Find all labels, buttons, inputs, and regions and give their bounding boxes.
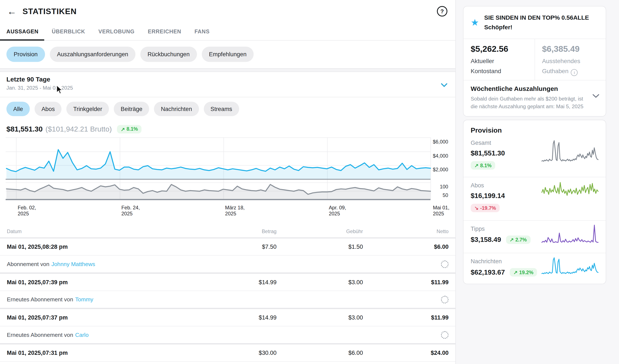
x-tick: Feb. 02,2025 [18, 205, 36, 217]
balance-card: ★ SIE SINDEN IN DEN TOP% 0.56ALLE Schöpf… [463, 6, 606, 117]
spinner-icon [441, 261, 449, 268]
trend-up-icon: ↗ [121, 126, 125, 132]
transaction-group: Mai 01, 2025,07:37 pm $14.99 $3.00 $11.9… [0, 309, 455, 344]
provision-card: Provision Gesamt $81,551.30 ↗8.1% Abos $… [463, 120, 606, 284]
trend-badge: ↗8.1% [471, 161, 495, 169]
category-nachrichten[interactable]: Nachrichten [154, 102, 199, 116]
stat-abos: Abos $16,199.14 ↘-19.7% [464, 177, 606, 220]
star-icon: ★ [471, 18, 479, 27]
transaction-note: Erneutes Abonnement von Carlo [0, 326, 455, 343]
sparkline-nachrichten [542, 257, 598, 276]
sparkline-gesamt [542, 140, 598, 165]
transaction-group: Mai 01, 2025,07:31 pm $30.00 $6.00 $24.0… [0, 344, 455, 364]
y-tick: 100 [420, 184, 448, 190]
axis-baseline [6, 199, 430, 200]
trend-badge: ↗2.7% [506, 236, 531, 244]
app-header: ← STATISTIKEN ? [0, 0, 455, 22]
fan-link[interactable]: Carlo [75, 332, 88, 338]
fan-link[interactable]: Tommy [75, 296, 93, 303]
net-total: $81,551.30 [6, 125, 42, 133]
sidebar: ★ SIE SINDEN IN DEN TOP% 0.56ALLE Schöpf… [456, 0, 619, 364]
transaction-note [0, 361, 455, 364]
statistics-page: ← STATISTIKEN ? AUSSAGEN ÜBERBLICK VERLO… [0, 0, 619, 364]
tab-erreichen[interactable]: ERREICHEN [142, 22, 187, 40]
table-row: Mai 01, 2025,08:28 pm $7.50 $1.50 $6.00 [0, 238, 455, 255]
section-separator [0, 68, 455, 72]
earnings-chart: $6,000 $4,000 $2,000 100 50 Feb. 02,2025… [0, 138, 455, 216]
y-tick: $2,000 [420, 167, 448, 172]
main-content: ← STATISTIKEN ? AUSSAGEN ÜBERBLICK VERLO… [0, 0, 456, 364]
stat-nachrichten: Nachrichten $62,193.67 ↗19.2% [464, 253, 606, 285]
transaction-note: Erneutes Abonnement von Tommy [0, 291, 455, 308]
trend-down-icon: ↘ [474, 205, 478, 211]
col-netto: Netto [363, 229, 449, 238]
filter-rueckbuchungen[interactable]: Rückbuchungen [140, 47, 197, 62]
table-row: Mai 01, 2025,07:31 pm $30.00 $6.00 $24.0… [0, 344, 455, 361]
table-header: Datum Betrag Gebühr Netto [0, 216, 455, 238]
trend-badge: ↘-19.7% [471, 204, 500, 212]
x-tick: Mai 01,2025 [433, 205, 449, 217]
current-balance: $5,262.56 Aktueller Kontostand [464, 39, 535, 80]
count-line-plot [6, 182, 431, 199]
transaction-group: Mai 01, 2025,08:28 pm $7.50 $1.50 $6.00 … [0, 238, 455, 274]
sparkline-tipps [542, 224, 598, 243]
top-creator-banner: ★ SIE SINDEN IN DEN TOP% 0.56ALLE Schöpf… [464, 6, 606, 39]
filter-auszahlungsanforderungen[interactable]: Auszahlungsanforderungen [50, 47, 135, 62]
spinner-icon [441, 331, 449, 339]
tab-aussagen[interactable]: AUSSAGEN [0, 22, 44, 40]
spinner-icon [441, 296, 449, 304]
current-balance-amount: $5,262.56 [471, 44, 535, 54]
date-range-selector[interactable]: Letzte 90 Tage Jan. 31, 2025 - Mai 01, 2… [0, 72, 455, 97]
info-icon[interactable]: i [571, 69, 578, 76]
col-gebuehr: Gebühr [277, 229, 363, 238]
weekly-payouts[interactable]: Wöchentliche Auszahlungen Sobald dein Gu… [464, 80, 606, 110]
current-balance-label: Aktueller Kontostand [471, 56, 535, 76]
y-tick: $4,000 [420, 153, 448, 159]
table-row: Mai 01, 2025,07:39 pm $14.99 $3.00 $11.9… [0, 274, 455, 291]
date-range-title: Letzte 90 Tage [6, 76, 455, 83]
transaction-group: Mai 01, 2025,07:39 pm $14.99 $3.00 $11.9… [0, 274, 455, 309]
x-tick: Feb. 24,2025 [122, 205, 140, 217]
col-betrag: Betrag [212, 229, 277, 238]
trend-badge: ↗ 8.1% [117, 125, 141, 133]
table-row: Mai 01, 2025,07:37 pm $14.99 $3.00 $11.9… [0, 309, 455, 326]
date-range-value: Jan. 31, 2025 - Mai 01, 2025 [6, 85, 455, 91]
category-streams[interactable]: Streams [204, 102, 239, 116]
tab-verlobung[interactable]: VERLOBUNG [93, 22, 140, 40]
tab-fans[interactable]: FANS [189, 22, 215, 40]
category-beitraege[interactable]: Beiträge [114, 102, 149, 116]
stat-gesamt: Gesamt $81,551.30 ↗8.1% [464, 135, 606, 177]
trend-badge: ↗19.2% [510, 268, 537, 276]
page-title: STATISTIKEN [22, 7, 77, 16]
filter-provision[interactable]: Provision [6, 47, 45, 62]
stat-tipps: Tipps $3,158.49 ↗2.7% [464, 220, 606, 253]
provision-title: Provision [464, 120, 606, 135]
back-arrow-icon[interactable]: ← [7, 7, 16, 16]
y-tick: $6,000 [420, 139, 448, 145]
x-tick: Apr. 09,2025 [329, 205, 346, 217]
gross-total: ($101,942.21 Brutto) [45, 125, 112, 133]
tab-bar: AUSSAGEN ÜBERBLICK VERLOBUNG ERREICHEN F… [0, 22, 455, 41]
category-alle[interactable]: Alle [6, 102, 30, 116]
chevron-down-icon[interactable] [592, 92, 599, 100]
col-datum: Datum [7, 229, 212, 238]
sparkline-abos [542, 181, 598, 201]
trend-up-icon: ↗ [509, 237, 514, 243]
trend-up-icon: ↗ [474, 162, 478, 168]
chevron-down-icon[interactable] [441, 82, 448, 89]
pending-balance-amount: $6,385.49 [542, 44, 606, 54]
category-filter-row: Alle Abos Trinkgelder Beiträge Nachricht… [0, 97, 455, 121]
pending-balance-label: Ausstehendes Guthabeni [542, 56, 606, 76]
revenue-line-plot [6, 138, 431, 179]
category-trinkgelder[interactable]: Trinkgelder [67, 102, 109, 116]
transaction-note: Abonnement von Johnny Matthews [0, 255, 455, 272]
fan-link[interactable]: Johnny Matthews [51, 261, 95, 267]
balances-row: $5,262.56 Aktueller Kontostand $6,385.49… [464, 39, 606, 80]
statement-filter-row: Provision Auszahlungsanforderungen Rückb… [0, 41, 455, 69]
category-abos[interactable]: Abos [35, 102, 62, 116]
y-tick: 50 [420, 193, 448, 198]
axis-baseline [6, 179, 430, 180]
help-icon[interactable]: ? [437, 6, 448, 16]
filter-empfehlungen[interactable]: Empfehlungen [202, 47, 254, 62]
tab-ueberblick[interactable]: ÜBERBLICK [46, 22, 91, 40]
